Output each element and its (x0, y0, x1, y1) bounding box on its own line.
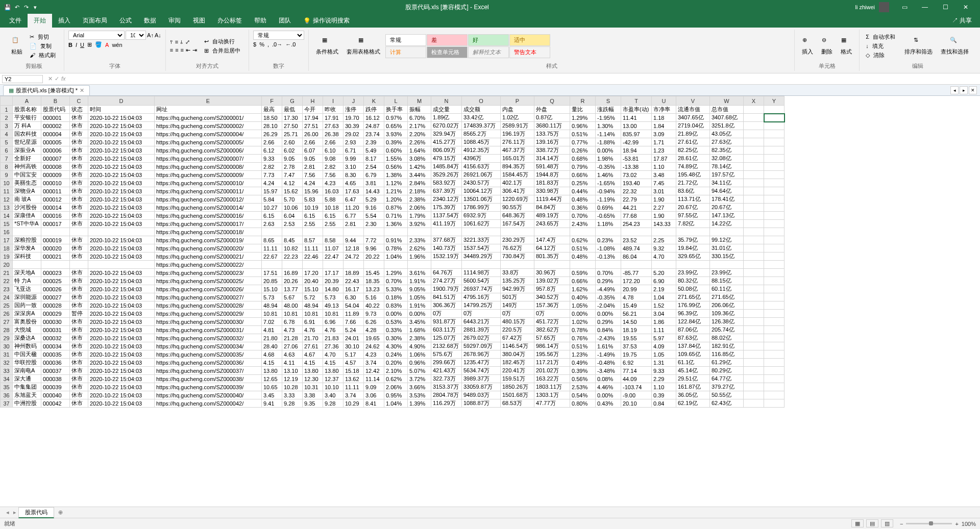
cell[interactable]: 140.73万 (431, 244, 462, 253)
row-header[interactable]: 17 (1, 236, 13, 244)
cell[interactable]: 88.15亿 (710, 277, 744, 285)
cell[interactable]: 4.15 (262, 359, 282, 367)
style-good[interactable]: 好 (468, 34, 509, 46)
cell[interactable] (744, 253, 764, 261)
cell[interactable]: 000035 (41, 350, 70, 359)
cell[interactable]: 12.19 (282, 375, 303, 383)
cell[interactable]: 25.71 (282, 130, 303, 138)
cell[interactable]: 26.38 (323, 130, 344, 138)
cell[interactable]: 80.32亿 (676, 277, 710, 285)
cell[interactable]: 3.61% (408, 269, 431, 277)
cell[interactable]: -0.35% (596, 293, 621, 301)
cell[interactable]: 4.24 (303, 179, 323, 187)
cell[interactable] (621, 261, 652, 269)
align-top-icon[interactable]: ⫯ (170, 39, 173, 45)
cell[interactable]: 4.90% (408, 342, 431, 350)
tab-help[interactable]: 帮助 (248, 14, 273, 28)
column-header[interactable]: L (384, 96, 408, 106)
cell[interactable]: 306.36万 (431, 301, 462, 310)
cell[interactable]: 中洲控股 (13, 399, 41, 408)
cell[interactable]: 1.02亿 (501, 114, 534, 122)
cell[interactable] (744, 326, 764, 334)
cell[interactable]: 0万 (462, 310, 501, 318)
cell[interactable] (744, 285, 764, 293)
cell[interactable]: 421.43万 (431, 367, 462, 375)
cell[interactable] (364, 228, 384, 236)
cell[interactable] (744, 130, 764, 138)
cut-button[interactable]: ✂ 剪切 (28, 33, 60, 41)
cell[interactable]: https://hq.gucheng.com/SZ000020/ (155, 244, 262, 253)
cell[interactable] (88, 261, 155, 269)
column-header[interactable]: Y (764, 96, 785, 106)
cell[interactable]: 6.04 (282, 212, 303, 220)
cell[interactable]: 1235.47万 (462, 359, 501, 367)
cell[interactable]: 3.92% (408, 220, 431, 228)
sheet-tab[interactable]: 股票代码 (18, 507, 54, 518)
cell[interactable]: 329.94万 (431, 130, 462, 138)
cell[interactable]: 000032 (41, 334, 70, 342)
cell[interactable]: https://hq.gucheng.com/SZ000032/ (155, 334, 262, 342)
underline-button[interactable]: U (80, 42, 84, 48)
cell[interactable]: 801.35万 (534, 253, 570, 261)
cell[interactable]: 10.65 (262, 383, 282, 391)
cell[interactable] (764, 163, 785, 171)
cell[interactable]: 20.40 (303, 277, 323, 285)
format-painter-button[interactable]: 🖌 格式刷 (28, 51, 60, 60)
cell[interactable]: 254.23 (621, 220, 652, 228)
cell[interactable]: 最高 (262, 106, 282, 114)
cell[interactable]: 10.28 (282, 383, 303, 391)
cell[interactable]: 0.51% (570, 244, 596, 253)
cell[interactable]: 2020-10-22 15:04:03 (88, 138, 155, 146)
cell[interactable] (570, 261, 596, 269)
row-header[interactable]: 27 (1, 318, 13, 326)
cell[interactable]: https://hq.gucheng.com/SZ000006/ (155, 146, 262, 155)
cell[interactable]: 000039 (41, 383, 70, 391)
cell[interactable]: 2.25 (652, 236, 676, 244)
cell[interactable]: https://hq.gucheng.com/SZ000031/ (155, 326, 262, 334)
row-header[interactable]: 34 (1, 375, 13, 383)
cell[interactable]: https://hq.gucheng.com/SZ000022/ (155, 261, 262, 269)
cell[interactable]: 4.15 (323, 359, 344, 367)
cell[interactable]: 50.55亿 (710, 391, 744, 399)
column-header[interactable]: X (744, 96, 764, 106)
cell[interactable]: 74.89亿 (676, 163, 710, 171)
cell[interactable] (70, 261, 88, 269)
cell[interactable]: 2020-10-22 15:04:03 (88, 301, 155, 310)
cell[interactable]: 4.76 (323, 326, 344, 334)
cell[interactable]: 19.75 (621, 350, 652, 359)
cell[interactable]: -9.00 (621, 391, 652, 399)
cell[interactable]: 22.23 (282, 253, 303, 261)
cell[interactable]: 1.42% (408, 163, 431, 171)
cell[interactable]: 9.09 (364, 383, 384, 391)
cell[interactable]: 21.28 (282, 334, 303, 342)
cell[interactable]: 411.19万 (431, 220, 462, 228)
increase-font-icon[interactable]: A↑ (147, 32, 154, 38)
cell[interactable]: -2.43% (596, 334, 621, 342)
cell[interactable]: 2020-10-22 15:04:03 (88, 334, 155, 342)
row-header[interactable]: 25 (1, 301, 13, 310)
cell[interactable]: 休市 (70, 326, 88, 334)
cell[interactable]: 1303.1万 (534, 391, 570, 399)
cell[interactable]: https://hq.gucheng.com/SZ000014/ (155, 204, 262, 212)
cell[interactable]: 90.55万 (501, 204, 534, 212)
cell[interactable]: 平安银行 (13, 114, 41, 122)
cell[interactable]: 股票代码 (41, 106, 70, 114)
cell[interactable] (676, 228, 710, 236)
column-header[interactable]: I (323, 96, 344, 106)
cell[interactable]: 000014 (41, 204, 70, 212)
cell[interactable]: 1900.79万 (431, 285, 462, 293)
cell[interactable] (323, 261, 344, 269)
cell[interactable]: https://hq.gucheng.com/SZ000011/ (155, 187, 262, 195)
cell[interactable]: 2020-10-22 15:04:03 (88, 236, 155, 244)
cell[interactable]: 000002 (41, 122, 70, 130)
cell[interactable] (744, 179, 764, 187)
cell[interactable]: 休市 (70, 130, 88, 138)
cell[interactable]: 176.99亿 (676, 301, 710, 310)
cell[interactable]: 休市 (70, 187, 88, 195)
zoom-level[interactable]: 100% (962, 521, 976, 527)
cell[interactable]: 139.02万 (534, 277, 570, 285)
cell[interactable] (652, 228, 676, 236)
cell[interactable]: 314.14万 (534, 155, 570, 163)
cell[interactable]: 休市 (70, 293, 88, 301)
cell[interactable]: 1.64% (408, 146, 431, 155)
